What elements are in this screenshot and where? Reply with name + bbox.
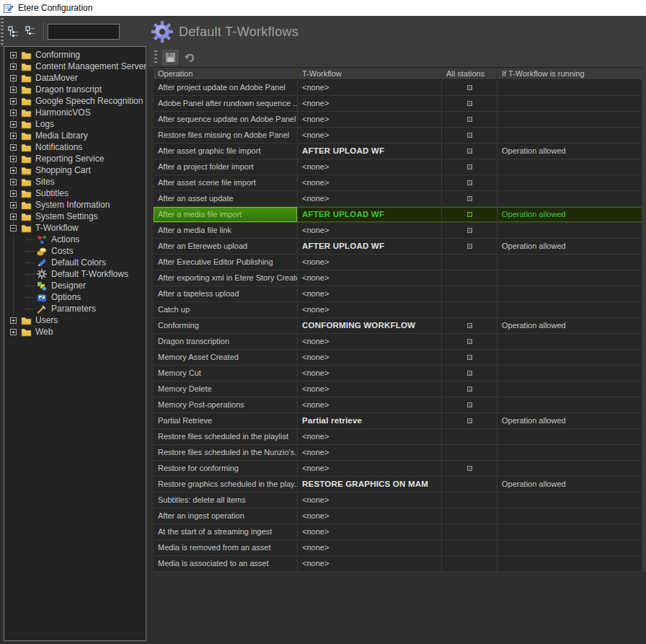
table-row[interactable]: Adobe Panel after rundown sequence ... <…: [154, 96, 646, 112]
cell-all-stations[interactable]: [442, 175, 497, 190]
cell-operation[interactable]: After sequence update on Adobe Panel: [154, 112, 298, 127]
cell-if-running[interactable]: [497, 493, 646, 508]
cell-all-stations[interactable]: [442, 286, 497, 301]
cell-all-stations[interactable]: [442, 524, 497, 539]
tree-expander-icon[interactable]: +: [10, 213, 17, 220]
cell-operation[interactable]: Conforming: [154, 318, 298, 333]
table-row[interactable]: After Executive Editor Publishing <none>: [154, 255, 646, 270]
cell-if-running[interactable]: [497, 350, 646, 365]
cell-if-running[interactable]: [497, 223, 646, 238]
cell-tworkflow[interactable]: <none>: [298, 80, 442, 95]
cell-operation[interactable]: Memory Asset Created: [154, 350, 298, 365]
all-stations-checkbox[interactable]: [467, 85, 472, 90]
cell-tworkflow[interactable]: <none>: [298, 96, 442, 111]
table-row[interactable]: After an Etereweb upload AFTER UPLOAD WF…: [154, 239, 646, 255]
cell-if-running[interactable]: [497, 508, 646, 524]
cell-tworkflow[interactable]: AFTER UPLOAD WF: [298, 144, 442, 159]
cell-tworkflow[interactable]: <none>: [298, 302, 442, 317]
tree-item-actions[interactable]: Actions: [4, 234, 146, 245]
cell-all-stations[interactable]: [442, 255, 497, 270]
cell-all-stations[interactable]: [442, 159, 497, 175]
cell-operation[interactable]: After asset graphic file import: [154, 144, 298, 159]
table-row[interactable]: After a media file import AFTER UPLOAD W…: [154, 207, 646, 223]
table-row[interactable]: After asset graphic file import AFTER UP…: [154, 144, 646, 159]
table-row[interactable]: Restore graphics scheduled in the play..…: [154, 477, 646, 493]
tree-item-media-library[interactable]: + Media Library: [4, 130, 146, 141]
collapse-tree-icon[interactable]: [22, 23, 40, 40]
cell-operation[interactable]: Restore files scheduled in the Nunzio's.…: [154, 445, 298, 460]
cell-if-running[interactable]: [497, 397, 646, 413]
all-stations-checkbox[interactable]: [467, 402, 472, 407]
cell-if-running[interactable]: [497, 96, 646, 111]
tree-item-shopping-cart[interactable]: + Shopping Cart: [4, 164, 146, 176]
table-row[interactable]: After project update on Adobe Panel <non…: [154, 80, 646, 96]
tree-item-content-management-server[interactable]: + Content Management Server: [4, 61, 146, 72]
cell-tworkflow[interactable]: <none>: [298, 461, 442, 476]
tree-expander-icon[interactable]: +: [10, 317, 17, 324]
cell-all-stations[interactable]: [442, 239, 497, 254]
cell-tworkflow[interactable]: <none>: [298, 112, 442, 127]
tree-item-harmonicvos[interactable]: + HarmonicVOS: [4, 107, 146, 118]
undo-icon[interactable]: [182, 50, 198, 65]
cell-operation[interactable]: After an ingest operation: [154, 508, 298, 524]
tree-item-system-settings[interactable]: + System Settings: [4, 211, 146, 222]
cell-if-running[interactable]: [497, 556, 646, 571]
cell-operation[interactable]: Memory Post-operations: [154, 397, 298, 413]
tree-item-google-speech-recognition[interactable]: + Google Speech Recognition: [4, 95, 146, 107]
cell-tworkflow[interactable]: <none>: [298, 397, 442, 413]
table-row[interactable]: Restore for conforming <none>: [154, 461, 646, 477]
cell-tworkflow[interactable]: Partial retrieve: [298, 413, 442, 428]
cell-if-running[interactable]: [497, 286, 646, 301]
tree-item-notifications[interactable]: + Notifications: [4, 141, 146, 153]
tree-expander-icon[interactable]: −: [10, 225, 17, 231]
cell-if-running[interactable]: [497, 366, 646, 381]
cell-operation[interactable]: After Executive Editor Publishing: [154, 255, 298, 270]
cell-all-stations[interactable]: [442, 302, 497, 317]
all-stations-checkbox[interactable]: [467, 418, 472, 423]
table-row[interactable]: Conforming CONFORMING WORKFLOW Operation…: [154, 318, 646, 334]
cell-operation[interactable]: After an asset update: [154, 191, 298, 206]
cell-tworkflow[interactable]: <none>: [298, 350, 442, 365]
tree-expander-icon[interactable]: +: [10, 167, 17, 174]
tree-item-conforming[interactable]: + Conforming: [4, 49, 146, 61]
cell-if-running[interactable]: [497, 159, 646, 175]
all-stations-checkbox[interactable]: [467, 149, 472, 154]
cell-if-running[interactable]: [497, 80, 646, 95]
cell-all-stations[interactable]: [442, 96, 497, 111]
cell-operation[interactable]: Memory Cut: [154, 366, 298, 381]
cell-if-running[interactable]: [497, 429, 646, 444]
all-stations-checkbox[interactable]: [467, 228, 472, 233]
cell-all-stations[interactable]: [442, 493, 497, 508]
all-stations-checkbox[interactable]: [467, 180, 472, 185]
cell-all-stations[interactable]: [442, 556, 497, 571]
cell-operation[interactable]: Catch up: [154, 302, 298, 317]
cell-all-stations[interactable]: [442, 223, 497, 238]
save-toolbar-grip[interactable]: [154, 50, 157, 63]
cell-all-stations[interactable]: [442, 508, 497, 524]
cell-if-running[interactable]: Operation allowed: [497, 477, 646, 492]
tree-expander-icon[interactable]: +: [10, 156, 17, 162]
cell-tworkflow[interactable]: AFTER UPLOAD WF: [298, 207, 442, 222]
column-header-ifrunning[interactable]: If T-Workflow is running: [497, 68, 646, 79]
cell-operation[interactable]: After a media file link: [154, 223, 298, 238]
cell-if-running[interactable]: [497, 191, 646, 206]
cell-tworkflow[interactable]: <none>: [298, 508, 442, 524]
cell-if-running[interactable]: [497, 175, 646, 190]
cell-if-running[interactable]: [497, 381, 646, 397]
cell-tworkflow[interactable]: <none>: [298, 429, 442, 444]
cell-operation[interactable]: After a media file import: [154, 207, 298, 222]
cell-operation[interactable]: Restore files scheduled in the playlist: [154, 429, 298, 444]
all-stations-checkbox[interactable]: [467, 212, 472, 217]
cell-tworkflow[interactable]: <none>: [298, 366, 442, 381]
cell-operation[interactable]: Restore for conforming: [154, 461, 298, 476]
cell-operation[interactable]: Adobe Panel after rundown sequence ...: [154, 96, 298, 111]
cell-if-running[interactable]: [497, 128, 646, 143]
cell-operation[interactable]: After an Etereweb upload: [154, 239, 298, 254]
cell-tworkflow[interactable]: <none>: [298, 128, 442, 143]
column-header-allstations[interactable]: All stations: [442, 68, 497, 79]
cell-all-stations[interactable]: [442, 445, 497, 460]
cell-all-stations[interactable]: [442, 477, 497, 492]
tree-expander-icon[interactable]: +: [10, 110, 17, 116]
tree-expander-icon[interactable]: +: [10, 133, 17, 139]
table-row[interactable]: After an ingest operation <none>: [154, 508, 646, 524]
